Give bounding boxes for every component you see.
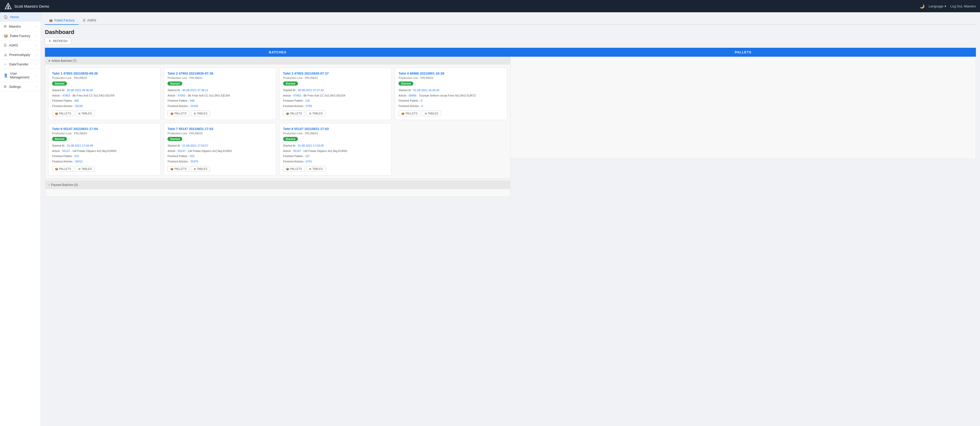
batch-card-3-tables-button[interactable]: ⊞ TABLES <box>306 110 326 116</box>
batch-card-8-started-at-link[interactable]: 31-08-2021 17:03:05 <box>298 144 324 147</box>
batch-card-1-articles-count[interactable]: 26190 <box>75 104 83 107</box>
batch-card-8-tables-button[interactable]: ⊞ TABLES <box>306 166 326 172</box>
batch-card-8-articles-count[interactable]: 6741 <box>306 160 312 163</box>
batch-card-3-actions: 📦 PALLETS ⊞ TABLES <box>283 110 388 116</box>
batch-card-6: Tafel 6 55147 20210831-17:04 Production … <box>48 123 161 176</box>
sidebar-item-asrs[interactable]: ☰ ASRS › <box>0 41 41 50</box>
batch-card-6-pallets-button[interactable]: 📦 PALLETS <box>52 166 74 172</box>
batch-card-6-articles-count[interactable]: 20412 <box>75 160 83 163</box>
batch-card-2-article-code[interactable]: 47903 <box>178 94 186 97</box>
maestro-chevron-icon: › <box>36 25 37 28</box>
batch-card-2-started-at-link[interactable]: 30-08-2021 07:36:21 <box>182 89 208 92</box>
batch-card-6-subtitle: Production Line : FRLINE03 <box>52 132 157 135</box>
tables-icon: ⊞ <box>78 112 80 115</box>
data-transfer-chevron-icon: › <box>36 63 37 65</box>
sidebar-item-maestro[interactable]: ⚙ Maestro › <box>0 22 41 31</box>
batch-card-2-articles-count[interactable]: 24192 <box>191 104 198 107</box>
batch-card-6-tables-button[interactable]: ⊞ TABLES <box>76 166 95 172</box>
active-batches-toggle[interactable]: ▾ Active Batches (7) <box>45 57 511 65</box>
batch-card-1-prod-line-label: Production Line : <box>52 77 73 80</box>
batch-card-1-article-code[interactable]: 47903 <box>62 94 70 97</box>
sidebar-item-print-and-apply[interactable]: 🖨 PrintAndApply › <box>0 50 41 59</box>
batch-card-1-finished-pallets: Finished Pallets : 485 <box>52 99 157 103</box>
pallet-factory-tab-icon: 📦 <box>49 19 53 22</box>
batch-card-6-pallets-count[interactable]: 324 <box>74 155 79 158</box>
batch-card-7-pallets-button[interactable]: 📦 PALLETS <box>167 166 189 172</box>
refresh-button[interactable]: ↻ REFRESH <box>45 38 71 45</box>
page-title: Dashboard <box>45 29 976 35</box>
home-icon: 🏠 <box>3 15 8 19</box>
asrs-tab-icon: ☰ <box>83 19 86 22</box>
logout-button[interactable]: Log Out, Maestro <box>950 4 976 8</box>
batch-card-7-subtitle: Production Line : FRLINE03 <box>167 132 272 135</box>
tab-asrs[interactable]: ☰ ASRS <box>79 16 100 25</box>
batch-card-8-pallets-count[interactable]: 107 <box>305 155 310 158</box>
batch-card-3-pallets-button[interactable]: 📦 PALLETS <box>283 110 305 116</box>
sidebar-item-home[interactable]: 🏠 Home <box>0 12 41 22</box>
dark-mode-icon[interactable]: 🌙 <box>920 4 924 9</box>
tab-pallet-factory[interactable]: 📦 Pallet Factory <box>45 16 79 25</box>
batch-card-7: Tafel 7 55147 20210831-17:03 Production … <box>164 123 276 176</box>
batch-card-8-article-code[interactable]: 55147 <box>293 149 301 153</box>
batch-card-6-started-at-link[interactable]: 31-08-2021 17:04:49 <box>67 144 93 147</box>
batch-card-3-article-code[interactable]: 47903 <box>293 94 301 97</box>
batch-card-4-tables-button[interactable]: ⊞ TABLES <box>422 110 441 116</box>
batch-card-7-started-at-link[interactable]: 31-08-2021 17:03:57 <box>182 144 208 147</box>
maestro-icon: ⚙ <box>3 24 7 28</box>
paused-batches-chevron-icon: › <box>48 183 49 187</box>
batch-card-2-title[interactable]: Tafel 2 47903 20210830-07:36 <box>167 72 272 75</box>
batch-card-4-article-code[interactable]: 66966 <box>409 94 417 97</box>
language-button[interactable]: Language ▾ <box>929 4 946 8</box>
batch-card-8-title[interactable]: Tafel 8 55147 20210831-17:03 <box>283 127 388 131</box>
sidebar-item-pallet-factory[interactable]: 📦 Pallet Factory › <box>0 31 41 41</box>
batch-card-1-status: Started <box>52 81 67 86</box>
batch-card-6-article-code[interactable]: 55147 <box>62 149 70 153</box>
pallets-content <box>511 57 976 159</box>
batch-card-7-title[interactable]: Tafel 7 55147 20210831-17:03 <box>167 127 272 131</box>
batch-card-2-pallets-count[interactable]: 448 <box>190 99 194 102</box>
batch-card-1-pallets-count[interactable]: 485 <box>74 99 79 102</box>
sidebar-item-data-transfer[interactable]: ↔ DataTransfer › <box>0 59 41 69</box>
batch-card-1-actions: 📦 PALLETS ⊞ TABLES <box>52 110 157 116</box>
batch-card-3-articles-count[interactable]: 6750 <box>306 104 312 107</box>
batch-card-1-title[interactable]: Tafel 1 47903 20210830-09:38 <box>52 72 157 75</box>
sidebar-item-settings[interactable]: ⚙ Settings › <box>0 82 41 91</box>
batch-card-1-finished-articles: Finished Articles : 26190 <box>52 104 157 108</box>
batch-card-2-tables-button[interactable]: ⊞ TABLES <box>191 110 210 116</box>
batch-card-7-actions: 📦 PALLETS ⊞ TABLES <box>167 166 272 172</box>
batch-card-3-started-at-link[interactable]: 30-08-2021 07:37:42 <box>298 89 324 92</box>
batch-card-1-started-at-link[interactable]: 30-08-2021 09:38:26 <box>67 89 93 92</box>
language-chevron-icon: ▾ <box>945 4 946 8</box>
sidebar-item-user-management[interactable]: 👤 User Management › <box>0 69 41 82</box>
batch-card-8-pallets-button[interactable]: 📦 PALLETS <box>283 166 305 172</box>
batch-card-1-pallets-button[interactable]: 📦 PALLETS <box>52 110 74 116</box>
pallets-section-header: PALLETS <box>511 48 976 57</box>
paused-batches-toggle[interactable]: › Paused Batches (0) <box>45 181 511 189</box>
sidebar-item-maestro-label: Maestro <box>9 24 34 28</box>
sidebar: 🏠 Home ⚙ Maestro › 📦 Pallet Factory › ☰ … <box>0 12 41 426</box>
sidebar-item-data-transfer-label: DataTransfer <box>9 62 34 66</box>
batch-card-6-title[interactable]: Tafel 6 55147 20210831-17:04 <box>52 127 157 131</box>
batch-card-4-title[interactable]: Tafel 4 66966 20210901-16:28 <box>398 72 503 75</box>
batch-card-2-pallets-button[interactable]: 📦 PALLETS <box>167 110 189 116</box>
batch-card-1-prod-line: FRLINE01 <box>74 77 87 80</box>
batch-card-6-actions: 📦 PALLETS ⊞ TABLES <box>52 166 157 172</box>
batch-card-3-title[interactable]: Tafel 3 47903 20210830-07:37 <box>283 72 388 75</box>
batch-card-3-pallets-count[interactable]: 125 <box>305 99 310 102</box>
batch-card-4-pallets-count[interactable]: 0 <box>421 99 422 102</box>
page-header: Dashboard ↻ REFRESH <box>45 29 976 45</box>
sidebar-item-user-management-label: User Management <box>10 72 34 79</box>
print-and-apply-icon: 🖨 <box>3 53 7 57</box>
batch-card-4-pallets-button[interactable]: 📦 PALLETS <box>398 110 420 116</box>
batch-card-7-article-code[interactable]: 55147 <box>178 149 186 153</box>
paused-batches-label: Paused Batches (0) <box>51 183 78 187</box>
batch-card-4-articles-count[interactable]: 0 <box>421 104 423 107</box>
batch-card-4-started-at-link[interactable]: 01-09-2021 16:28:28 <box>413 89 439 92</box>
batch-card-1-tables-button[interactable]: ⊞ TABLES <box>76 110 95 116</box>
batch-card-7-pallets-count[interactable]: 325 <box>190 155 194 158</box>
pallets-label: PALLETS <box>735 50 751 54</box>
batch-card-7-tables-button[interactable]: ⊞ TABLES <box>191 166 210 172</box>
batch-card-4-status: Started <box>398 81 413 86</box>
batch-card-7-articles-count[interactable]: 20475 <box>191 160 198 163</box>
batch-card-3: Tafel 3 47903 20210830-07:37 Production … <box>279 68 391 120</box>
